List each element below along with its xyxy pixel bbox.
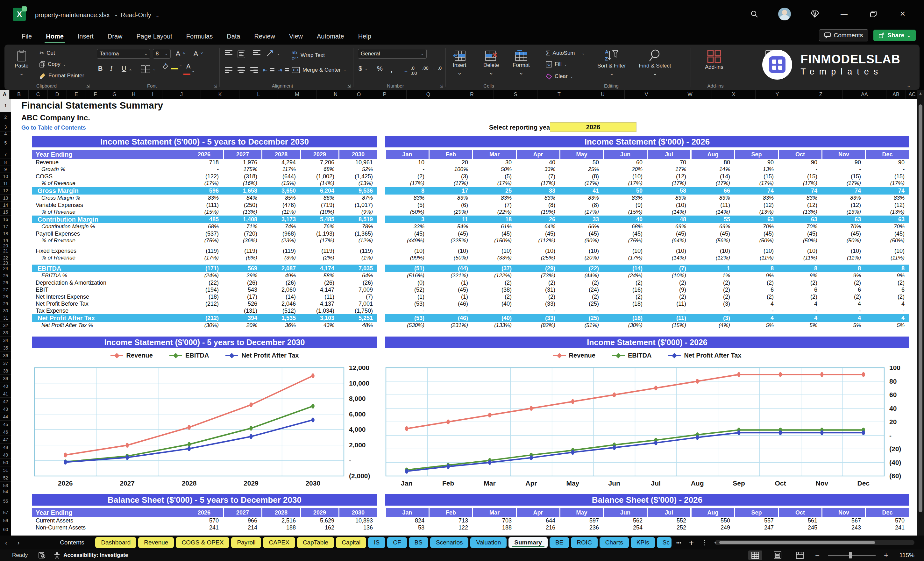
table-cell[interactable]: 83%: [647, 195, 691, 201]
format-cells-button[interactable]: Format⌄: [513, 50, 530, 76]
insert-cells-button[interactable]: Insert⌄: [453, 50, 466, 76]
table-cell[interactable]: (10): [866, 248, 909, 254]
table-cell[interactable]: 68%: [603, 223, 647, 230]
table-cell[interactable]: (4%): [691, 322, 735, 329]
row-label[interactable]: Fixed Expenses: [32, 248, 184, 254]
table-cell[interactable]: (33): [516, 314, 560, 322]
column-header-K[interactable]: K: [201, 90, 240, 99]
column-header-T[interactable]: T: [537, 90, 581, 99]
accessibility-icon[interactable]: [54, 552, 60, 559]
row-header-31[interactable]: 31: [0, 314, 11, 322]
table-cell[interactable]: (25%): [516, 254, 560, 261]
table-cell[interactable]: (50%): [822, 237, 866, 244]
table-cell[interactable]: 33%: [385, 223, 429, 230]
table-cell[interactable]: 9%: [735, 272, 778, 279]
row-header-36[interactable]: 36: [0, 352, 11, 360]
table-cell[interactable]: 526: [223, 300, 262, 307]
table-cell[interactable]: (45): [429, 230, 472, 237]
table-cell[interactable]: (12%): [339, 237, 377, 244]
decrease-decimal-icon[interactable]: .00→.0: [422, 66, 442, 70]
table-cell[interactable]: 241: [866, 524, 909, 531]
table-cell[interactable]: 394: [223, 314, 262, 322]
table-cell[interactable]: 6: [822, 286, 866, 293]
table-cell[interactable]: (8): [560, 173, 603, 180]
table-cell[interactable]: 5%: [822, 322, 866, 329]
sheet-tab-payroll[interactable]: Payroll: [231, 537, 261, 548]
row-label[interactable]: Revenue: [32, 159, 184, 166]
table-cell[interactable]: 703: [472, 517, 516, 524]
table-cell[interactable]: (1): [429, 293, 472, 300]
table-cell[interactable]: (11%): [866, 254, 909, 261]
table-cell[interactable]: (6%): [223, 254, 262, 261]
row-header-15[interactable]: 15: [0, 208, 11, 216]
sheet-nav-prev-icon[interactable]: ‹: [0, 539, 12, 546]
table-cell[interactable]: (10): [560, 248, 603, 254]
table-cell[interactable]: (212): [184, 314, 223, 322]
table-cell[interactable]: 175%: [223, 166, 262, 173]
table-cell[interactable]: (24%): [184, 272, 223, 279]
table-cell[interactable]: (26): [262, 279, 300, 286]
table-cell[interactable]: 570: [184, 517, 223, 524]
align-center-icon[interactable]: [237, 67, 245, 73]
table-cell[interactable]: (10): [647, 248, 691, 254]
table-cell[interactable]: 7,035: [339, 265, 377, 272]
table-cell[interactable]: (15%): [647, 322, 691, 329]
table-cell[interactable]: 644: [516, 517, 560, 524]
table-cell[interactable]: (119): [262, 248, 300, 254]
table-cell[interactable]: (720): [223, 230, 262, 237]
column-header-M[interactable]: M: [278, 90, 316, 99]
row-header-52[interactable]: 52: [0, 474, 11, 482]
table-cell[interactable]: (2): [735, 293, 778, 300]
column-header-AA[interactable]: AA: [843, 90, 886, 99]
scroll-left-icon[interactable]: ◂: [714, 540, 716, 545]
table-cell[interactable]: 71%: [223, 223, 262, 230]
comments-button[interactable]: Comments: [819, 29, 868, 41]
table-cell[interactable]: (14%): [647, 254, 691, 261]
sheet-tab-charts[interactable]: Charts: [600, 537, 629, 548]
table-cell[interactable]: (12%): [691, 254, 735, 261]
table-cell[interactable]: (2): [472, 279, 516, 286]
table-cell[interactable]: 4: [822, 314, 866, 322]
table-cell[interactable]: 48%: [339, 322, 377, 329]
table-cell[interactable]: 66%: [560, 223, 603, 230]
table-cell[interactable]: 33: [560, 216, 603, 223]
table-cell[interactable]: 18: [472, 216, 516, 223]
table-cell[interactable]: (45): [472, 230, 516, 237]
table-cell[interactable]: 74: [866, 187, 909, 195]
table-cell[interactable]: 8: [735, 265, 778, 272]
row-header-25[interactable]: 25: [0, 272, 11, 279]
row-label[interactable]: % of Revenue: [32, 180, 184, 187]
table-cell[interactable]: (119): [339, 248, 377, 254]
row-header-55[interactable]: 55: [0, 494, 11, 508]
row-header-29[interactable]: 29: [0, 300, 11, 307]
table-cell[interactable]: 74: [822, 187, 866, 195]
table-cell[interactable]: 17%: [647, 166, 691, 173]
table-cell[interactable]: (2): [472, 293, 516, 300]
table-cell[interactable]: 241: [184, 524, 223, 531]
table-cell[interactable]: 9,536: [339, 187, 377, 195]
table-cell[interactable]: (11%): [262, 208, 300, 216]
table-cell[interactable]: (14): [262, 293, 300, 300]
column-header-I[interactable]: I: [143, 90, 162, 99]
table-cell[interactable]: 80: [691, 159, 735, 166]
row-header-39[interactable]: 39: [0, 375, 11, 382]
table-cell[interactable]: (38): [472, 286, 516, 293]
table-cell[interactable]: (75%): [603, 237, 647, 244]
align-bottom-icon[interactable]: [253, 50, 261, 55]
table-cell[interactable]: (14%): [300, 180, 339, 187]
table-cell[interactable]: (50%): [735, 237, 778, 244]
table-cell[interactable]: 247: [735, 524, 778, 531]
table-cell[interactable]: 10,961: [339, 159, 377, 166]
table-cell[interactable]: 249: [691, 524, 735, 531]
table-cell[interactable]: 83%: [516, 195, 560, 201]
table-cell[interactable]: (17%): [429, 180, 472, 187]
table-cell[interactable]: (3%): [262, 254, 300, 261]
table-cell[interactable]: 83%: [472, 195, 516, 201]
table-cell[interactable]: (46): [429, 314, 472, 322]
row-label[interactable]: Depreciation & Amortization: [32, 279, 184, 286]
table-cell[interactable]: (111): [184, 201, 223, 208]
table-cell[interactable]: 83%: [385, 195, 429, 201]
table-cell[interactable]: 4,294: [262, 159, 300, 166]
minimize-button[interactable]: —: [838, 9, 849, 20]
italic-button[interactable]: I: [110, 65, 112, 72]
